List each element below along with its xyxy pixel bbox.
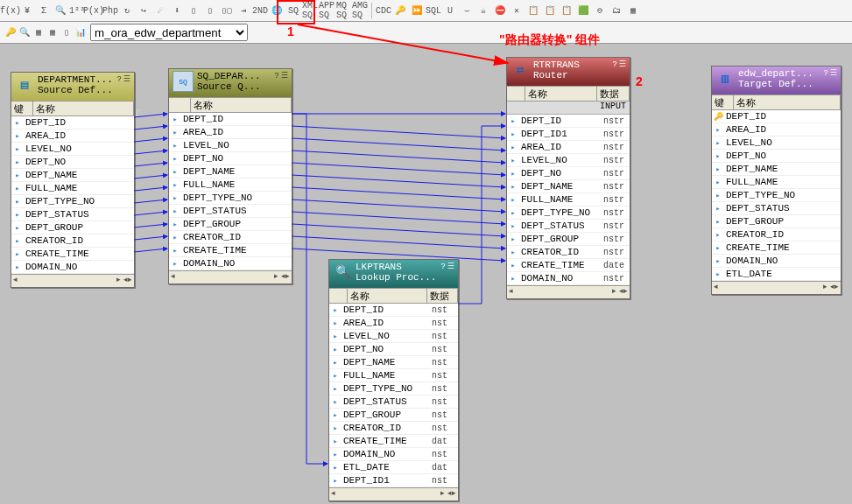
field-row[interactable]: ▸DEPT_NO [712, 150, 841, 163]
panel-header[interactable]: ⇄ RTRTRANSRouter ? ☰ [507, 58, 630, 86]
field-row[interactable]: ▸DEPT_TYPE_NOnst [329, 382, 458, 396]
toolbar-icon[interactable]: ▯ [187, 4, 201, 18]
field-row[interactable]: ▸CREATOR_IDnstr [507, 246, 630, 259]
toolbar-icon[interactable]: 🗂 [609, 4, 623, 18]
toolbar-icon[interactable]: f(x) [4, 4, 18, 18]
field-row[interactable]: ▸DEPT_STATUS [712, 202, 841, 215]
field-row[interactable]: ▸DEPT_ID1nstr [507, 128, 630, 141]
field-row[interactable]: ▸DEPT_NAME [712, 163, 841, 176]
field-row[interactable]: ▸DEPT_IDnst [329, 304, 458, 317]
field-row[interactable]: ▸DEPT_STATUSnstr [507, 220, 630, 233]
panel-controls[interactable]: ? ☰ [823, 68, 837, 77]
toolbar-icon[interactable]: SQL [426, 4, 440, 18]
field-row[interactable]: ▸DEPT_NAMEnst [329, 356, 458, 369]
field-row[interactable]: ▸DEPT_TYPE_NOnstr [507, 206, 630, 220]
toolbar-icon[interactable]: ↪ [137, 4, 151, 18]
field-row[interactable]: ▸DEPT_GROUPnst [329, 409, 458, 422]
panel-controls[interactable]: ? ☰ [440, 262, 454, 270]
toolbar-icon[interactable]: ⇥ [236, 4, 250, 18]
field-row[interactable]: ▸DEPT_GROUP [169, 218, 292, 231]
panel-footer[interactable]: ◂▸ ◂▸ [329, 487, 458, 500]
toolbar-icon[interactable]: Σ [37, 4, 51, 18]
field-row[interactable]: ▸ETL_DATE [712, 268, 841, 281]
panel-controls[interactable]: ? ☰ [116, 74, 130, 83]
field-row[interactable]: ▸LEVEL_NO [11, 143, 134, 156]
toolbar-icon[interactable]: SQ [286, 4, 300, 18]
canvas[interactable]: Mapping Designer ▤ DEPARTMENT...Source D… [0, 44, 852, 504]
field-row[interactable]: ▸FULL_NAME [712, 176, 841, 189]
toolbar-icon[interactable]: 2ND [253, 4, 267, 18]
toolbar-icon[interactable]: 🔍 [53, 4, 67, 18]
field-row[interactable]: ▸DEPT_NAMEnstr [507, 180, 630, 193]
field-row[interactable]: ▸DEPT_ID [169, 113, 292, 126]
toolbar-icon[interactable]: 📊 [74, 25, 88, 39]
field-row[interactable]: ▸CREATOR_ID [712, 228, 841, 242]
field-row[interactable]: ▸DEPT_GROUP [11, 221, 134, 234]
toolbar-icon[interactable]: ☄ [153, 4, 167, 18]
toolbar-icon[interactable]: MQ SQ [336, 4, 350, 18]
toolbar-icon[interactable]: XML SQ [303, 4, 317, 18]
field-row[interactable]: ▸DEPT_NAME [169, 165, 292, 178]
field-row[interactable]: ▸CREATE_TIMEdate [507, 259, 630, 272]
toolbar-icon[interactable]: ⊖ [593, 4, 607, 18]
panel-footer[interactable]: ◂▸ ◂▸ [169, 270, 292, 284]
toolbar-icon[interactable]: ▦ [32, 25, 46, 39]
panel-target-def[interactable]: ▥ edw_depart...Target Def... ? ☰ 键名称 🔑DE… [711, 66, 841, 295]
toolbar-icon[interactable]: 🔍 [18, 25, 32, 39]
field-row[interactable]: ▸AREA_ID [11, 130, 134, 143]
field-row[interactable]: ▸DEPT_STATUS [169, 205, 292, 218]
field-row[interactable]: ▸DOMAIN_NO [169, 257, 292, 270]
field-row[interactable]: ▸DEPT_GROUP [712, 215, 841, 228]
field-row[interactable]: 🔑DEPT_ID [712, 110, 841, 123]
panel-header[interactable]: SQ SQ_DEPAR...Source Q... ? ☰ [169, 69, 292, 97]
toolbar-icon[interactable]: ▦ [46, 25, 60, 39]
field-row[interactable]: ▸DEPT_NOnstr [507, 167, 630, 180]
toolbar-icon[interactable]: ⛔ [493, 4, 507, 18]
field-row[interactable]: ▸DEPT_TYPE_NO [169, 192, 292, 205]
panel-source-qualifier[interactable]: SQ SQ_DEPAR...Source Q... ? ☰ 名称 ▸DEPT_I… [168, 68, 292, 284]
toolbar-icon[interactable]: AMG SQ [353, 4, 367, 18]
panel-lookup[interactable]: 🔍 LKPTRANSLookup Proc... ? ☰ 名称数据 ▸DEPT_… [328, 259, 459, 501]
field-row[interactable]: ▸DEPT_NAME [11, 169, 134, 182]
field-row[interactable]: ▸AREA_IDnst [329, 317, 458, 330]
toolbar-icon[interactable]: 🔑 [4, 25, 18, 39]
panel-header[interactable]: ▥ edw_depart...Target Def... ? ☰ [712, 66, 841, 94]
field-row[interactable]: ▸CREATOR_IDnst [329, 422, 458, 435]
field-row[interactable]: ▸LEVEL_NOnst [329, 330, 458, 343]
field-row[interactable]: ▸FULL_NAME [169, 178, 292, 192]
toolbar-icon[interactable]: P(x) [87, 4, 101, 18]
field-row[interactable]: ▸AREA_ID [169, 126, 292, 139]
field-row[interactable]: ▸DEPT_TYPE_NO [712, 189, 841, 202]
toolbar-icon[interactable]: ⬇ [170, 4, 184, 18]
toolbar-icon[interactable]: ✕ [510, 4, 524, 18]
field-row[interactable]: ▸DEPT_ID [11, 116, 134, 130]
field-row[interactable]: ▸LEVEL_NO [712, 136, 841, 150]
toolbar-icon[interactable]: 1²³ [70, 4, 84, 18]
field-row[interactable]: ▸FULL_NAMEnstr [507, 193, 630, 206]
panel-source-def[interactable]: ▤ DEPARTMENT...Source Def... ? ☰ 键名称 ▸DE… [11, 72, 135, 288]
field-row[interactable]: ▸CREATOR_ID [11, 234, 134, 248]
toolbar-icon[interactable]: APP SQ [320, 4, 334, 18]
field-row[interactable]: ▸AREA_ID [712, 123, 841, 136]
field-row[interactable]: ▸DOMAIN_NOnst [329, 448, 458, 461]
field-row[interactable]: ▸DOMAIN_NO [712, 255, 841, 268]
field-row[interactable]: ▸DEPT_STATUSnst [329, 396, 458, 409]
panel-header[interactable]: 🔍 LKPTRANSLookup Proc... ? ☰ [329, 260, 458, 288]
panel-footer[interactable]: ◂▸ ◂▸ [11, 274, 134, 287]
toolbar-icon[interactable]: ▦ [626, 4, 640, 18]
toolbar-icon[interactable]: ↻ [120, 4, 134, 18]
field-row[interactable]: ▸AREA_IDnstr [507, 141, 630, 154]
toolbar-icon[interactable]: 🌐 [270, 4, 284, 18]
toolbar-icon[interactable]: 🟩 [576, 4, 590, 18]
toolbar-icon[interactable]: ▯ [203, 4, 217, 18]
field-row[interactable]: ▸LEVEL_NO [169, 139, 292, 152]
panel-header[interactable]: ▤ DEPARTMENT...Source Def... ? ☰ [11, 73, 134, 101]
toolbar-icon[interactable]: ▯▢ [220, 4, 234, 18]
mapping-select[interactable]: m_ora_edw_departmentm_ora_edw_department [90, 24, 248, 41]
toolbar-icon[interactable]: ⌣ [460, 4, 474, 18]
field-row[interactable]: ▸DOMAIN_NOnstr [507, 272, 630, 285]
toolbar-icon[interactable]: 📋 [560, 4, 574, 18]
field-row[interactable]: ▸CREATE_TIME [169, 244, 292, 257]
toolbar-icon[interactable]: 📋 [543, 4, 557, 18]
field-row[interactable]: ▸DEPT_NO [11, 156, 134, 169]
